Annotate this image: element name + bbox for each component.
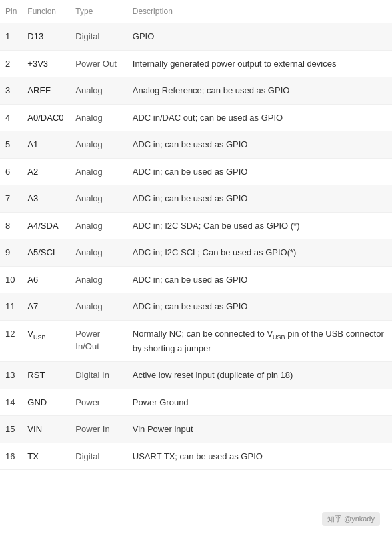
col-header-description: Description bbox=[127, 0, 392, 23]
cell-pin: 1 bbox=[0, 23, 22, 51]
cell-type: Digital bbox=[70, 23, 127, 51]
table-header: Pin Funcion Type Description bbox=[0, 0, 392, 23]
cell-pin: 6 bbox=[0, 158, 22, 185]
table-row: 1D13DigitalGPIO bbox=[0, 23, 392, 51]
cell-pin: 10 bbox=[0, 266, 22, 293]
table-row: 10A6AnalogADC in; can be used as GPIO bbox=[0, 266, 392, 293]
watermark: 知乎 @ynkady bbox=[322, 512, 380, 526]
cell-func: A2 bbox=[22, 158, 70, 185]
cell-func: A0/DAC0 bbox=[22, 104, 70, 131]
cell-type: Power bbox=[70, 389, 127, 416]
cell-desc: Active low reset input (duplicate of pin… bbox=[127, 362, 392, 389]
cell-type: Power In bbox=[70, 416, 127, 443]
cell-func: A1 bbox=[22, 131, 70, 159]
cell-type: Digital In bbox=[70, 362, 127, 389]
cell-pin: 14 bbox=[0, 389, 22, 416]
cell-desc: ADC in; can be used as GPIO bbox=[127, 185, 392, 213]
cell-pin: 11 bbox=[0, 293, 22, 321]
cell-func: A7 bbox=[22, 293, 70, 321]
cell-type: Analog bbox=[70, 212, 127, 239]
cell-desc: ADC in; can be used as GPIO bbox=[127, 266, 392, 293]
cell-pin: 8 bbox=[0, 212, 22, 239]
table-row: 15VINPower InVin Power input bbox=[0, 416, 392, 443]
cell-func: D13 bbox=[22, 23, 70, 51]
table-row: 5A1AnalogADC in; can be used as GPIO bbox=[0, 131, 392, 159]
cell-desc: ADC in/DAC out; can be used as GPIO bbox=[127, 104, 392, 131]
cell-func: A4/SDA bbox=[22, 212, 70, 239]
cell-pin: 2 bbox=[0, 50, 22, 77]
cell-type: Analog bbox=[70, 293, 127, 321]
cell-type: Analog bbox=[70, 185, 127, 213]
cell-type: Analog bbox=[70, 131, 127, 159]
col-header-pin: Pin bbox=[0, 0, 22, 23]
cell-pin: 16 bbox=[0, 443, 22, 470]
cell-func: A3 bbox=[22, 185, 70, 213]
cell-func: VIN bbox=[22, 416, 70, 443]
watermark-handle: @ynkady bbox=[344, 515, 375, 523]
cell-pin: 15 bbox=[0, 416, 22, 443]
cell-pin: 4 bbox=[0, 104, 22, 131]
cell-desc: Normally NC; can be connected to VUSB pi… bbox=[127, 320, 392, 362]
cell-type: Analog bbox=[70, 77, 127, 105]
table-row: 6A2AnalogADC in; can be used as GPIO bbox=[0, 158, 392, 185]
table-row: 14GNDPowerPower Ground bbox=[0, 389, 392, 416]
cell-pin: 12 bbox=[0, 320, 22, 362]
table-row: 4A0/DAC0AnalogADC in/DAC out; can be use… bbox=[0, 104, 392, 131]
cell-desc: ADC in; can be used as GPIO bbox=[127, 131, 392, 159]
table-row: 2+3V3Power OutInternally generated power… bbox=[0, 50, 392, 77]
cell-func: RST bbox=[22, 362, 70, 389]
table-row: 8A4/SDAAnalogADC in; I2C SDA; Can be use… bbox=[0, 212, 392, 239]
cell-pin: 3 bbox=[0, 77, 22, 105]
cell-func: A5/SCL bbox=[22, 239, 70, 267]
cell-type: Analog bbox=[70, 158, 127, 185]
cell-pin: 13 bbox=[0, 362, 22, 389]
cell-pin: 7 bbox=[0, 185, 22, 213]
col-header-type: Type bbox=[70, 0, 127, 23]
cell-func: +3V3 bbox=[22, 50, 70, 77]
col-header-funcion: Funcion bbox=[22, 0, 70, 23]
table-row: 12VUSBPower In/OutNormally NC; can be co… bbox=[0, 320, 392, 362]
cell-desc: GPIO bbox=[127, 23, 392, 51]
cell-func: VUSB bbox=[22, 320, 70, 362]
cell-type: Digital bbox=[70, 443, 127, 470]
table-row: 3AREFAnalogAnalog Reference; can be used… bbox=[0, 77, 392, 105]
table-row: 11A7AnalogADC in; can be used as GPIO bbox=[0, 293, 392, 321]
table-row: 9A5/SCLAnalogADC in; I2C SCL; Can be use… bbox=[0, 239, 392, 267]
cell-pin: 9 bbox=[0, 239, 22, 267]
pin-table: Pin Funcion Type Description 1D13Digital… bbox=[0, 0, 392, 470]
cell-desc: Vin Power input bbox=[127, 416, 392, 443]
cell-desc: ADC in; can be used as GPIO bbox=[127, 158, 392, 185]
cell-pin: 5 bbox=[0, 131, 22, 159]
cell-type: Analog bbox=[70, 104, 127, 131]
cell-desc: ADC in; I2C SDA; Can be used as GPIO (*) bbox=[127, 212, 392, 239]
cell-type: Power Out bbox=[70, 50, 127, 77]
cell-type: Power In/Out bbox=[70, 320, 127, 362]
cell-type: Analog bbox=[70, 266, 127, 293]
cell-desc: ADC in; I2C SCL; Can be used as GPIO(*) bbox=[127, 239, 392, 267]
cell-desc: ADC in; can be used as GPIO bbox=[127, 293, 392, 321]
cell-func: GND bbox=[22, 389, 70, 416]
watermark-site: 知乎 bbox=[327, 515, 342, 523]
cell-desc: Analog Reference; can be used as GPIO bbox=[127, 77, 392, 105]
cell-func: A6 bbox=[22, 266, 70, 293]
cell-func: AREF bbox=[22, 77, 70, 105]
table-row: 16TXDigitalUSART TX; can be used as GPIO bbox=[0, 443, 392, 470]
cell-desc: Power Ground bbox=[127, 389, 392, 416]
cell-type: Analog bbox=[70, 239, 127, 267]
cell-desc: USART TX; can be used as GPIO bbox=[127, 443, 392, 470]
table-row: 13RSTDigital InActive low reset input (d… bbox=[0, 362, 392, 389]
cell-desc: Internally generated power output to ext… bbox=[127, 50, 392, 77]
table-row: 7A3AnalogADC in; can be used as GPIO bbox=[0, 185, 392, 213]
cell-func: TX bbox=[22, 443, 70, 470]
